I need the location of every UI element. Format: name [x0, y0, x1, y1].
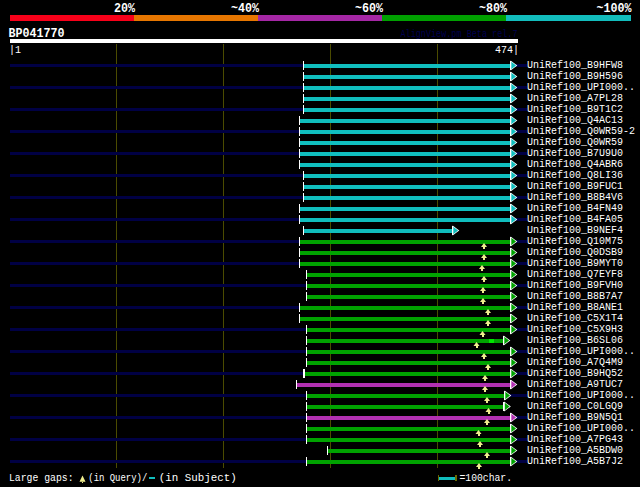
svg-text:(in Query)/: (in Query)/ [88, 471, 147, 484]
svg-text:~60%: ~60% [355, 1, 383, 16]
svg-text:UniRef100_A5B7J2: UniRef100_A5B7J2 [527, 454, 623, 467]
svg-text:20%: 20% [114, 1, 135, 16]
svg-text:474|: 474| [495, 43, 519, 56]
svg-text:BP041770: BP041770 [9, 26, 65, 41]
svg-text:~80%: ~80% [479, 1, 507, 16]
svg-text:AlignView.pm Beta rel.7: AlignView.pm Beta rel.7 [401, 29, 518, 40]
svg-text:~40%: ~40% [231, 1, 259, 16]
svg-text:~100%: ~100% [597, 1, 632, 16]
svg-text:|1: |1 [9, 43, 21, 56]
svg-text:=100char.: =100char. [460, 471, 513, 484]
svg-text:Large gaps:: Large gaps: [9, 471, 74, 484]
svg-text:(in Subject): (in Subject) [159, 471, 237, 484]
